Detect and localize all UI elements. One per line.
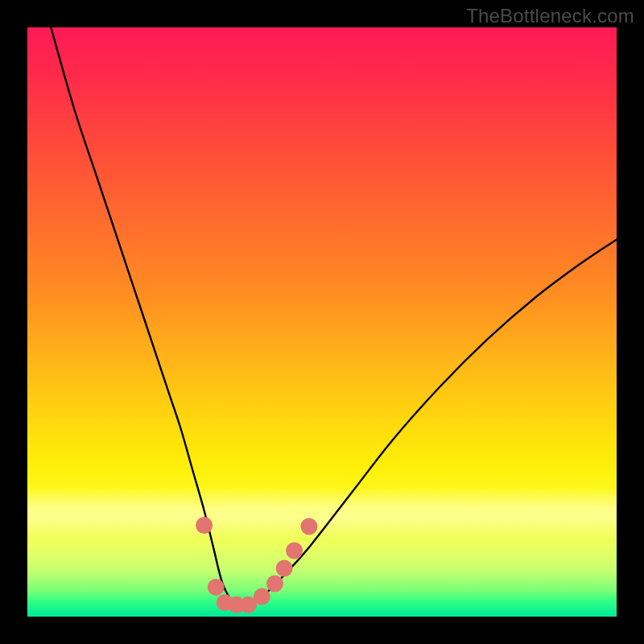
data-point-7 — [276, 559, 293, 576]
data-point-2 — [217, 594, 233, 611]
data-point-0 — [196, 517, 213, 534]
plot-area — [27, 27, 617, 617]
data-points — [196, 517, 317, 613]
data-point-9 — [300, 518, 317, 535]
highlight-band — [27, 487, 617, 540]
data-point-6 — [266, 576, 283, 592]
watermark-text: TheBottleneck.com — [466, 5, 634, 27]
data-point-4 — [240, 597, 257, 613]
data-point-1 — [208, 579, 225, 596]
data-point-5 — [254, 588, 270, 605]
chart-svg — [27, 27, 617, 617]
data-point-8 — [286, 543, 303, 559]
data-point-3 — [228, 597, 245, 613]
chart-frame: TheBottleneck.com — [0, 0, 644, 644]
bottleneck-curve — [51, 27, 617, 606]
